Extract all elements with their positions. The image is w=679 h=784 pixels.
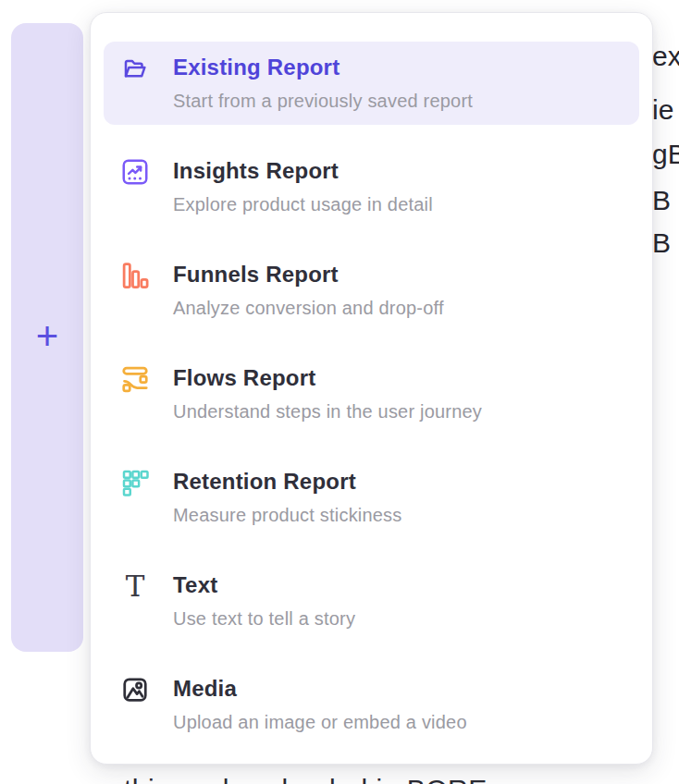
- add-item-panel: +: [11, 23, 83, 652]
- menu-item-subtitle: Measure product stickiness: [173, 504, 402, 527]
- menu-item-insights-report[interactable]: Insights Report Explore product usage in…: [104, 145, 639, 228]
- menu-item-media[interactable]: Media Upload an image or embed a video: [104, 663, 639, 746]
- menu-item-funnels-report[interactable]: Funnels Report Analyze conversion and dr…: [104, 249, 639, 332]
- media-image-icon: [121, 676, 149, 704]
- menu-item-retention-report[interactable]: Retention Report Measure product stickin…: [104, 456, 639, 539]
- flows-path-icon: [121, 365, 149, 393]
- menu-item-title: Insights Report: [173, 157, 433, 185]
- background-text-fragment: B: [652, 227, 671, 259]
- menu-item-flows-report[interactable]: Flows Report Understand steps in the use…: [104, 352, 639, 435]
- menu-item-existing-report[interactable]: Existing Report Start from a previously …: [104, 42, 639, 125]
- folder-open-icon: [121, 55, 149, 82]
- menu-item-text[interactable]: T Text Use text to tell a story: [104, 559, 639, 643]
- menu-list: Existing Report Start from a previously …: [91, 13, 652, 746]
- menu-item-title: Media: [173, 675, 467, 703]
- funnel-bars-icon: [121, 262, 149, 289]
- menu-item-subtitle: Use text to tell a story: [173, 607, 355, 631]
- menu-item-texts: Retention Report Measure product stickin…: [173, 468, 402, 527]
- menu-item-subtitle: Upload an image or embed a video: [173, 711, 467, 734]
- menu-item-title: Existing Report: [173, 54, 473, 81]
- menu-item-texts: Media Upload an image or embed a video: [173, 675, 467, 734]
- background-text-fragment: ex: [652, 41, 679, 72]
- menu-item-title: Retention Report: [173, 468, 402, 496]
- menu-item-subtitle: Explore product usage in detail: [173, 193, 433, 216]
- menu-item-texts: Flows Report Understand steps in the use…: [173, 364, 482, 423]
- background-text-fragment: B: [652, 185, 671, 216]
- background-text-fragment-bottom: this … downloaded in BORE: [124, 774, 488, 784]
- create-report-menu: Existing Report Start from a previously …: [90, 12, 653, 765]
- background-text-fragment: ie: [652, 94, 673, 126]
- menu-item-texts: Existing Report Start from a previously …: [173, 54, 473, 113]
- plus-icon[interactable]: +: [36, 317, 59, 356]
- text-serif-icon: T: [121, 572, 149, 600]
- menu-item-texts: Text Use text to tell a story: [173, 571, 355, 631]
- menu-item-subtitle: Understand steps in the user journey: [173, 400, 482, 423]
- menu-item-texts: Insights Report Explore product usage in…: [173, 157, 433, 216]
- insights-chart-icon: [121, 158, 149, 186]
- retention-grid-icon: [121, 469, 149, 496]
- menu-item-title: Flows Report: [173, 364, 482, 392]
- menu-item-title: Funnels Report: [173, 261, 444, 288]
- background-text-fragment: gB: [652, 139, 679, 170]
- menu-item-title: Text: [173, 571, 355, 599]
- menu-item-subtitle: Start from a previously saved report: [173, 90, 473, 113]
- menu-item-texts: Funnels Report Analyze conversion and dr…: [173, 261, 444, 320]
- menu-item-subtitle: Analyze conversion and drop-off: [173, 297, 444, 320]
